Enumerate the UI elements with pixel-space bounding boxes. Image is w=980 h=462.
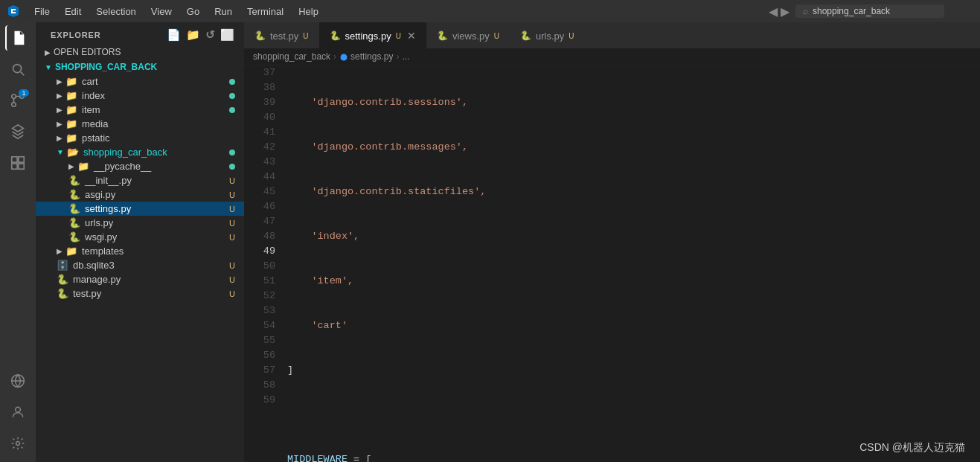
- wsgi-badge: U: [229, 233, 235, 242]
- sidebar-item-item[interactable]: ▶ 📁 item: [36, 103, 244, 117]
- code-line-37: 'django.contrib.sessions',: [284, 95, 977, 110]
- media-chevron: ▶: [57, 120, 63, 128]
- shopping-folder-icon: 📂: [67, 147, 79, 158]
- activity-remote[interactable]: [5, 368, 31, 394]
- app-logo: [6, 4, 21, 19]
- open-editors-section[interactable]: ▶ OPEN EDITORS: [36, 45, 244, 60]
- svg-rect-5: [12, 157, 17, 162]
- menu-view[interactable]: View: [144, 3, 179, 20]
- code-line-43: ]: [284, 363, 977, 378]
- wsgi-file-icon: 🐍: [68, 231, 80, 243]
- sidebar-item-urls[interactable]: 🐍 urls.py U: [36, 216, 244, 230]
- sidebar-item-pycache[interactable]: ▶ 📁 __pycache__: [36, 159, 244, 173]
- menu-selection[interactable]: Selection: [89, 3, 143, 20]
- code-line-40: 'index',: [284, 229, 977, 244]
- new-folder-icon[interactable]: 📁: [186, 28, 201, 42]
- search-bar[interactable]: ⌕ shopping_car_back: [795, 4, 944, 18]
- refresh-icon[interactable]: ↺: [205, 28, 216, 42]
- svg-line-1: [21, 72, 25, 76]
- code-editor[interactable]: 37 38 39 40 41 42 43 44 45 46 47 48 49 5…: [244, 65, 980, 462]
- init-file-icon: 🐍: [68, 175, 80, 186]
- settings-tab-label: settings.py: [345, 31, 391, 42]
- urls-tab-label: urls.py: [536, 31, 564, 42]
- templates-folder-icon: 📁: [65, 246, 77, 257]
- svg-rect-6: [19, 157, 24, 162]
- menu-go[interactable]: Go: [179, 3, 207, 20]
- sidebar-item-db[interactable]: 🗄️ db.sqlite3 U: [36, 258, 244, 272]
- tab-views[interactable]: 🐍 views.py U: [426, 22, 510, 48]
- sidebar-item-manage[interactable]: 🐍 manage.py U: [36, 272, 244, 286]
- views-tab-icon: 🐍: [437, 31, 448, 41]
- sidebar-item-pstatic[interactable]: ▶ 📁 pstatic: [36, 131, 244, 145]
- db-label: db.sqlite3: [73, 260, 115, 271]
- title-bar: File Edit Selection View Go Run Terminal…: [0, 0, 980, 22]
- sidebar-item-asgi[interactable]: 🐍 asgi.py U: [36, 187, 244, 202]
- templates-chevron: ▶: [57, 247, 63, 255]
- breadcrumb-section[interactable]: ...: [402, 51, 409, 62]
- open-editors-chevron: ▶: [45, 48, 51, 57]
- breadcrumb: shopping_car_back › settings.py › ...: [244, 48, 980, 65]
- activity-account[interactable]: [5, 400, 31, 425]
- svg-rect-8: [19, 164, 24, 169]
- breadcrumb-file[interactable]: settings.py: [339, 51, 393, 62]
- shopping-chevron: ▼: [57, 148, 64, 156]
- activity-debug[interactable]: [5, 119, 31, 144]
- forward-arrow[interactable]: ▶: [781, 4, 790, 19]
- views-tab-label: views.py: [452, 31, 490, 42]
- activity-bar-bottom: [5, 368, 31, 462]
- menu-terminal[interactable]: Terminal: [240, 3, 291, 20]
- asgi-badge: U: [229, 190, 235, 199]
- tab-test[interactable]: 🐍 test.py U: [244, 22, 319, 48]
- views-tab-dirty: U: [494, 32, 499, 40]
- breadcrumb-sep1: ›: [333, 51, 336, 62]
- urls-badge: U: [229, 219, 235, 228]
- root-chevron: ▼: [45, 63, 52, 71]
- cart-label: cart: [82, 76, 98, 87]
- code-line-41: 'item',: [284, 274, 977, 289]
- sidebar-header: EXPLORER 📄 📁 ↺ ⬜: [36, 22, 244, 45]
- shopping-dot: [229, 150, 235, 155]
- menu-edit[interactable]: Edit: [57, 3, 89, 20]
- urls-file-icon: 🐍: [68, 217, 80, 228]
- settings-label: settings.py: [85, 203, 131, 214]
- activity-source-control[interactable]: 1: [5, 88, 31, 113]
- templates-label: templates: [82, 246, 124, 257]
- menu-help[interactable]: Help: [291, 3, 326, 20]
- sidebar-item-cart[interactable]: ▶ 📁 cart: [36, 74, 244, 89]
- activity-bar: 1: [0, 22, 36, 462]
- test-file-icon: 🐍: [57, 288, 68, 299]
- tab-urls[interactable]: 🐍 urls.py U: [510, 22, 585, 48]
- sidebar-item-wsgi[interactable]: 🐍 wsgi.py U: [36, 230, 244, 244]
- asgi-file-icon: 🐍: [68, 189, 80, 200]
- activity-extensions[interactable]: [5, 150, 31, 176]
- editor-area: 🐍 test.py U 🐍 settings.py U ✕ 🐍 views.py…: [244, 22, 980, 462]
- sidebar-item-index[interactable]: ▶ 📁 index: [36, 89, 244, 103]
- media-label: media: [82, 118, 108, 129]
- svg-rect-7: [12, 164, 17, 169]
- menu-file[interactable]: File: [27, 3, 57, 20]
- pycache-folder-icon: 📁: [77, 161, 89, 172]
- breadcrumb-root[interactable]: shopping_car_back: [253, 51, 330, 62]
- test-label: test.py: [73, 288, 101, 299]
- activity-settings[interactable]: [5, 431, 31, 456]
- new-file-icon[interactable]: 📄: [167, 28, 182, 42]
- settings-tab-close[interactable]: ✕: [407, 30, 416, 42]
- item-label: item: [82, 104, 100, 115]
- urls-tab-dirty: U: [569, 32, 574, 40]
- sidebar-item-test[interactable]: 🐍 test.py U: [36, 286, 244, 301]
- menu-run[interactable]: Run: [207, 3, 240, 20]
- back-arrow[interactable]: ◀: [769, 4, 778, 19]
- sidebar-item-shopping-car-back[interactable]: ▼ 📂 shopping_car_back: [36, 145, 244, 159]
- activity-files[interactable]: [5, 25, 31, 51]
- sidebar-item-settings[interactable]: 🐍 settings.py U: [36, 202, 244, 216]
- sidebar-item-media[interactable]: ▶ 📁 media: [36, 117, 244, 131]
- asgi-label: asgi.py: [85, 189, 115, 200]
- activity-search[interactable]: [5, 57, 31, 82]
- svg-point-11: [341, 54, 348, 60]
- tab-settings[interactable]: 🐍 settings.py U ✕: [319, 22, 426, 48]
- tab-bar: 🐍 test.py U 🐍 settings.py U ✕ 🐍 views.py…: [244, 22, 980, 48]
- sidebar-item-init[interactable]: 🐍 __init__.py U: [36, 173, 244, 187]
- sidebar-item-templates[interactable]: ▶ 📁 templates: [36, 244, 244, 258]
- root-folder[interactable]: ▼ SHOPPING_CAR_BACK: [36, 60, 244, 74]
- collapse-icon[interactable]: ⬜: [220, 28, 235, 42]
